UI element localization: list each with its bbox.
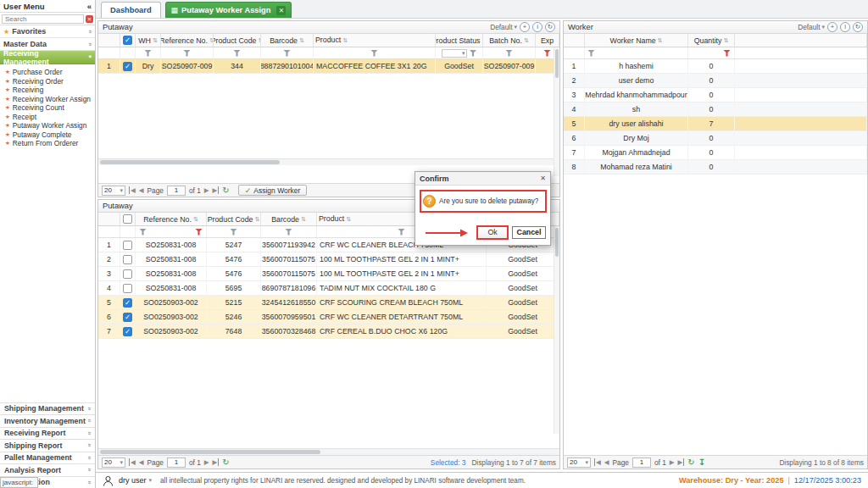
sidebar-item-purchase-order[interactable]: ★Purchase Order [0,68,95,77]
row-checkbox[interactable] [123,313,132,322]
filter-funnel-icon[interactable] [283,50,291,57]
filter-funnel-icon[interactable] [470,50,477,57]
sidebar-item-receiving-count[interactable]: ★Receiving Count [0,103,95,113]
export-icon[interactable]: ↧ [698,458,705,467]
cancel-button[interactable]: Cancel [512,226,546,239]
view-selector[interactable]: Default▾ [798,23,825,31]
column-batch-no[interactable]: Batch No.⇅ [483,34,536,47]
clear-filter-icon[interactable] [723,50,731,57]
next-page-icon[interactable]: ▶ [204,186,209,194]
row-checkbox[interactable] [123,62,132,71]
prev-page-icon[interactable]: ◀ [139,186,144,194]
sidebar-item-receipt[interactable]: ★Receipt [0,113,95,122]
add-view-icon[interactable]: + [827,22,837,32]
first-page-icon[interactable]: ◀ [594,458,601,466]
worker-row[interactable]: 3 Mehrdad khanmohammadpour 0 [564,88,867,103]
dialog-title-bar[interactable]: Confirm ✕ [415,172,550,186]
sidebar-section-favorites[interactable]: ★ Favorites » [0,25,95,38]
filter-funnel-icon[interactable] [370,50,378,57]
column-product[interactable]: Product⇅ [314,34,436,47]
filter-funnel-icon[interactable] [230,229,237,236]
filter-funnel-icon[interactable] [505,50,513,57]
scrollbar-thumb[interactable] [555,49,559,78]
worker-row[interactable]: 1 h hashemi 0 [564,59,867,74]
collapse-sidebar-icon[interactable]: « [87,2,92,11]
view-selector[interactable]: Default▾ [490,23,517,31]
refresh-icon[interactable]: ↻ [222,458,229,467]
filter-funnel-icon[interactable] [183,50,191,57]
worker-row[interactable]: 8 Mohamad reza Matini 0 [564,160,867,175]
table-row[interactable]: 3 SO250831-008 5476 3560070115075 100 ML… [98,267,559,281]
refresh-view-icon[interactable]: ↻ [545,22,555,32]
refresh-icon[interactable]: ↻ [687,458,694,467]
info-icon[interactable]: i [840,22,850,32]
horizontal-scrollbar[interactable] [98,448,559,455]
table-row[interactable]: 4 SO250831-008 5695 8690787181096 TADIM … [98,281,559,296]
prev-page-icon[interactable]: ◀ [604,458,609,466]
filter-funnel-icon[interactable] [233,50,241,57]
column-reference-no[interactable]: Reference No.⇅ [136,213,207,225]
table-row[interactable]: 1 Dry SO250907-009 344 8887290101004 MAC… [98,59,559,74]
table-row[interactable]: 6 SO0250903-002 5246 3560070959501 CRF W… [98,310,559,324]
vertical-scrollbar[interactable] [554,226,559,434]
column-quantity[interactable]: Quantity⇅ [688,34,735,47]
worker-row[interactable]: 4 sh 0 [564,103,867,117]
user-menu[interactable]: dry user ▾ [119,476,152,485]
table-row[interactable]: 7 SO0250903-002 7648 3560070328468 CRF C… [98,324,559,339]
page-size-select[interactable]: 20▾ [102,186,125,196]
column-exp[interactable]: Exp [536,34,559,47]
next-page-icon[interactable]: ▶ [204,458,209,466]
last-page-icon[interactable]: ▶ [678,458,685,466]
refresh-icon[interactable]: ↻ [222,186,229,195]
filter-funnel-icon[interactable] [587,50,595,57]
sidebar-section-inventory-management[interactable]: Inventory Management» [0,414,95,427]
first-page-icon[interactable]: ◀ [129,458,136,466]
sidebar-item-putaway-worker-assign[interactable]: ★Putaway Worker Assign [0,121,95,130]
filter-funnel-icon[interactable] [139,229,147,236]
column-product-code[interactable]: Product Code⇅ [207,213,261,225]
sidebar-item-receiving-order[interactable]: ★Receiving Order [0,77,95,86]
last-page-icon[interactable]: ▶ [213,458,220,466]
select-all-checkbox[interactable] [123,36,132,45]
sidebar-section-receiving-report[interactable]: Receiving Report» [0,427,95,440]
status-filter-select[interactable]: ▾ [442,49,467,58]
select-all-header[interactable] [120,213,136,225]
sidebar-item-receiving-worker-assign[interactable]: ★Receiving Worker Assign [0,95,95,104]
table-row[interactable]: 5 SO0250903-002 5215 3245412618550 CRF S… [98,296,559,310]
close-tab-icon[interactable]: ✕ [276,6,286,15]
last-page-icon[interactable]: ▶ [213,186,220,194]
sidebar-section-receiving-management[interactable]: Receiving Management * [0,51,95,64]
select-all-checkbox[interactable] [123,214,132,224]
row-checkbox[interactable] [123,269,132,279]
page-size-select[interactable]: 20▾ [102,458,125,468]
sidebar-item-putaway-complete[interactable]: ★Putaway Complete [0,130,95,140]
close-icon[interactable]: ✕ [540,175,546,182]
next-page-icon[interactable]: ▶ [670,458,675,466]
refresh-view-icon[interactable]: ↻ [853,22,863,32]
horizontal-scrollbar[interactable] [98,158,559,165]
sidebar-item-return-from-orderer[interactable]: ★Return From Orderer [0,139,95,148]
page-input[interactable] [167,186,186,196]
row-checkbox[interactable] [123,255,132,264]
column-barcode[interactable]: Barcode⇅ [261,213,317,225]
select-all-header[interactable] [120,34,136,47]
scrollbar-thumb[interactable] [100,160,280,164]
assign-worker-button[interactable]: ✓ Assign Worker [238,185,308,196]
row-checkbox[interactable] [123,284,132,293]
add-view-icon[interactable]: + [520,22,530,32]
page-size-select[interactable]: 20▾ [567,458,591,468]
worker-row[interactable]: 5 dry user alishahi 7 [564,117,867,131]
sidebar-section-analysis-report[interactable]: Analysis Report» [0,463,95,476]
row-checkbox[interactable] [123,241,132,250]
search-input[interactable] [2,14,84,24]
row-checkbox[interactable] [123,298,132,308]
page-input[interactable] [632,458,651,468]
filter-funnel-icon[interactable] [398,229,405,236]
sidebar-section-shipping-management[interactable]: Shipping Management» [0,402,95,415]
prev-page-icon[interactable]: ◀ [139,458,144,466]
sidebar-section-shipping-report[interactable]: Shipping Report» [0,439,95,452]
row-checkbox[interactable] [123,327,132,336]
vertical-scrollbar[interactable] [554,47,559,176]
ok-button[interactable]: Ok [476,225,509,240]
first-page-icon[interactable]: ◀ [129,186,136,194]
